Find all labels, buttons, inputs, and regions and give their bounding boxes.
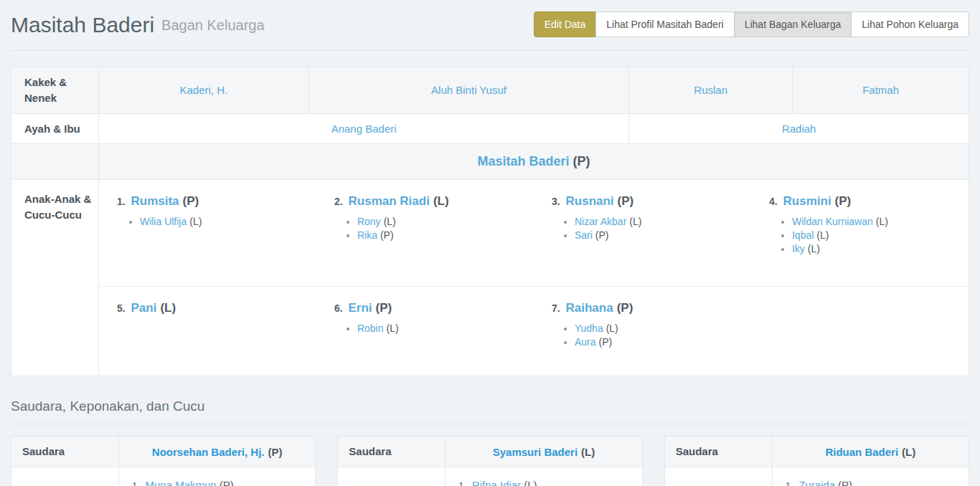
self-name-link[interactable]: Masitah Baderi [477,154,569,168]
self-gender: (P) [573,154,590,168]
nephew-gender: (P) [838,479,852,486]
grandchild-name-link[interactable]: Aura [575,336,596,348]
grandparents-row: Kakek & Nenek Kaderi, H. Aluh Binti Yusu… [11,67,969,114]
grandparent-cell: Ruslan [629,67,793,114]
header-button-group: Edit DataLihat Profil Masitah BaderiLiha… [534,11,969,37]
grandchild-name-link[interactable]: Wilia Ulfija [140,216,187,227]
child-gender: (P) [617,301,633,315]
grandparent-link-ruslan[interactable]: Ruslan [694,84,727,96]
grandparent-cell: Kaderi, H. [98,67,308,114]
header-button[interactable]: Edit Data [534,11,597,37]
sibling-gender: (P) [268,446,283,458]
grandchild-item: Yudha(L) [575,323,744,334]
grandchild-gender: (P) [599,336,613,348]
child-name-link[interactable]: Raihana [566,301,613,315]
grandchild-gender: (L) [816,229,829,241]
grandchildren-list: Nizar Akbar(L) Sari(P) [552,216,744,241]
grandchild-gender: (L) [387,323,399,334]
mother-link[interactable]: Radiah [782,123,816,135]
self-cell: Masitah Baderi(P) [98,144,969,180]
nephew-item: 1. Rifna Idiar(L) Sari Mardiah(P) [458,479,634,486]
parents-row-label: Ayah & Ibu [11,113,99,144]
grandchildren-list: Wildan Kurniawan(L) Iqbal(L) Iky(L) [769,216,961,254]
child-item: 5. Pani(L) [99,298,316,315]
child-name-link[interactable]: Rumsita [131,194,179,208]
sibling-title-row: Saudara Syamsuri Baderi(L) [338,437,642,467]
sibling-name-link[interactable]: Noorsehan Baderi, Hj. [152,446,265,458]
child-name-link[interactable]: Erni [349,301,372,315]
siblings-section-heading: Saudara, Keponakan, dan Cucu [11,399,969,424]
nephews-row-label: Keponakan & Cucu-Cucu [664,467,772,486]
grandchild-name-link[interactable]: Rika [357,229,377,241]
grandchild-gender: (L) [384,216,396,227]
grandchild-name-link[interactable]: Robin [357,323,384,334]
sibling-gender: (L) [902,446,915,458]
grandchild-name-link[interactable]: Iqbal [792,229,814,241]
sibling-row-label: Saudara [664,437,772,467]
nephew-gender: (L) [524,479,537,486]
child-number: 3. [552,196,563,207]
grandchild-gender: (L) [808,243,820,254]
sibling-card: Saudara Syamsuri Baderi(L) Keponakan & C… [337,436,642,486]
nephew-number: 1. [132,480,142,486]
nephew-item: 1. Zuraida(P) Andika Nugraha Rahman(L) [786,479,961,486]
grandparent-link-aluh[interactable]: Aluh Binti Yusuf [431,84,507,96]
child-name-link[interactable]: Rusman Riadi [349,194,430,208]
sibling-name-link[interactable]: Riduan Baderi [825,446,898,458]
child-item: 1. Rumsita(P) Wilia Ulfija(L) [99,191,316,229]
nephew-number: 1. [786,480,796,486]
nephews-row-label: Keponakan & Cucu-Cucu [11,467,119,486]
grandparent-link-kaderi[interactable]: Kaderi, H. [179,84,227,96]
grandchild-name-link[interactable]: Rony [357,216,381,227]
grandchild-name-link[interactable]: Sari [575,229,593,241]
nephews-row: Keponakan & Cucu-Cucu 1. Muna Makmun(P) … [11,467,316,486]
grandchild-name-link[interactable]: Wildan Kurniawan [792,216,873,227]
grandparent-cell: Fatmah [793,67,969,114]
child-item: 2. Rusman Riadi(L) Rony(L) Rika(P) [316,191,534,243]
grandchild-item: Sari(P) [575,229,744,241]
child-item: 3. Rusnani(P) Nizar Akbar(L) Sari(P) [534,191,751,243]
nephew-item: 1. Muna Makmun(P) Nafies Luthfi(L) [132,479,308,486]
children-row-label: Anak-Anak & Cucu-Cucu [11,180,99,376]
child-item: 4. Rusmini(P) Wildan Kurniawan(L) Iqbal(… [751,191,969,257]
child-number: 4. [769,196,781,207]
grandchild-item: Wilia Ulfija(L) [140,216,309,227]
nephews-row: Keponakan & Cucu-Cucu 1. Rifna Idiar(L) … [338,467,642,486]
child-name-link[interactable]: Rusnani [566,194,614,208]
page-subtitle: Bagan Keluarga [161,17,264,34]
grandchild-gender: (P) [595,229,609,241]
header-button[interactable]: Lihat Profil Masitah Baderi [595,11,734,37]
sibling-name-link[interactable]: Syamsuri Baderi [493,446,578,458]
father-cell: Anang Baderi [98,113,628,144]
child-name-link[interactable]: Rusmini [783,194,831,208]
father-link[interactable]: Anang Baderi [331,123,397,135]
child-gender: (P) [835,194,852,208]
child-number: 1. [117,196,128,207]
nephews-cell: 1. Zuraida(P) Andika Nugraha Rahman(L) [772,467,969,486]
child-number: 7. [552,302,563,314]
grandchildren-list: Yudha(L) Aura(P) [552,323,744,348]
grandchild-name-link[interactable]: Yudha [575,323,603,334]
children-grid-row: 5. Pani(L) 6. Erni(P) Robin(L) 7. Raihan… [99,286,969,376]
header-button[interactable]: Lihat Bagan Keluarga [734,11,852,37]
child-name-link[interactable]: Pani [131,301,157,315]
nephews-cell: 1. Muna Makmun(P) Nafies Luthfi(L) [119,467,316,486]
nephew-name-link[interactable]: Rifna Idiar [472,479,521,486]
nephews-row: Keponakan & Cucu-Cucu 1. Zuraida(P) Andi… [664,467,969,486]
sibling-title-cell: Noorsehan Baderi, Hj.(P) [119,437,316,467]
nephew-name-link[interactable]: Muna Makmun [145,479,216,486]
child-item: 6. Erni(P) Robin(L) [316,298,534,336]
parents-row: Ayah & Ibu Anang Baderi Radiah [11,113,969,144]
grandchildren-list: Rony(L) Rika(P) [334,216,527,241]
grandchild-item: Aura(P) [575,336,744,348]
grandparents-row-label: Kakek & Nenek [11,67,99,114]
grandchild-name-link[interactable]: Nizar Akbar [575,216,626,227]
grandchild-gender: (L) [606,323,618,334]
nephew-name-link[interactable]: Zuraida [798,479,835,486]
child-number: 5. [117,302,128,314]
grandchild-item: Nizar Akbar(L) [575,216,744,227]
grandparent-link-fatmah[interactable]: Fatmah [862,84,899,96]
grandchild-name-link[interactable]: Iky [792,243,805,254]
header-button[interactable]: Lihat Pohon Keluarga [851,11,969,37]
children-cell: 1. Rumsita(P) Wilia Ulfija(L) 2. Rusman … [98,180,969,376]
